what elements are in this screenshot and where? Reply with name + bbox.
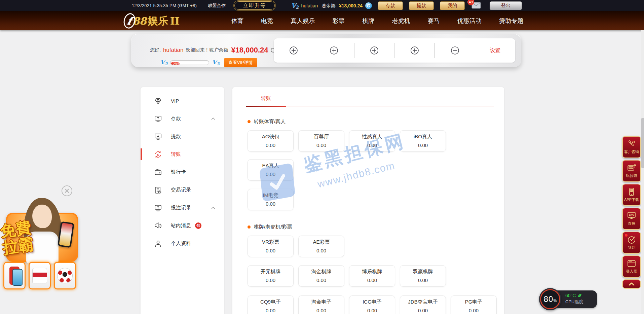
- login-tool-button[interactable]: 登入器: [622, 255, 641, 278]
- vip-detail-button[interactable]: 查看VIP详情: [224, 58, 257, 67]
- wallet-card[interactable]: EA真人0.00: [248, 159, 294, 181]
- transfer-icon: $: [154, 150, 162, 159]
- free-slots-promo-banner[interactable]: 免費 拉霸: [0, 188, 82, 294]
- bullet-icon: [248, 225, 251, 229]
- page-scrollbar[interactable]: [641, 30, 644, 314]
- svg-text:24: 24: [632, 140, 635, 143]
- nav-item-lottery[interactable]: 彩票: [333, 17, 345, 25]
- refresh-balance-icon[interactable]: [365, 2, 372, 9]
- section-title-sports-live: 转账体育/真人: [248, 118, 504, 125]
- wallet-card[interactable]: AE彩票0.00: [298, 236, 344, 257]
- check-in-button[interactable]: 签到: [622, 232, 641, 254]
- transfer-panel: 转账 转账体育/真人 AG钱包0.00 百尊厅0.00 性感真人0.00 iBO…: [232, 87, 504, 314]
- customer-service-button[interactable]: 24 客户咨询: [622, 136, 641, 158]
- live-monitor-icon: LIVE: [627, 211, 636, 220]
- live-stream-button[interactable]: LIVE 直播: [622, 208, 641, 230]
- close-promo-icon[interactable]: [62, 185, 72, 196]
- tab-bar: 转账: [246, 93, 494, 106]
- wallet-card[interactable]: CQ9电子0.00: [248, 295, 294, 314]
- jersey-prize-image: [32, 268, 47, 283]
- withdraw-button[interactable]: 提款: [409, 1, 434, 10]
- plus-circle-icon: [369, 45, 379, 56]
- prize-ball-tile[interactable]: [54, 262, 76, 289]
- nav-item-promotions[interactable]: 优惠活动: [457, 17, 482, 25]
- add-action-button[interactable]: [394, 38, 434, 63]
- sidebar-item-profile[interactable]: 个人资料: [141, 235, 224, 252]
- vip-next-badge: V3: [212, 59, 219, 66]
- chevron-up-icon[interactable]: [211, 117, 215, 120]
- notification-dot: [625, 234, 628, 237]
- vip-level-badge: V2: [291, 2, 298, 9]
- nav-item-live-casino[interactable]: 真人娱乐: [291, 17, 315, 25]
- sidebar-item-withdraw[interactable]: 提款: [141, 128, 224, 145]
- alliance-link[interactable]: 联盟合作: [208, 3, 226, 9]
- sidebar-item-deposit[interactable]: 存款: [141, 110, 224, 128]
- quick-actions-panel: 设置: [274, 38, 515, 63]
- svg-text:777: 777: [629, 167, 632, 169]
- check-circle-icon: [627, 235, 636, 244]
- wallet-card[interactable]: JDB夺宝电子0.00: [400, 295, 446, 314]
- deposit-icon: [154, 115, 162, 123]
- logout-button[interactable]: 登出: [490, 1, 522, 10]
- wallet-card[interactable]: 双赢棋牌0.00: [400, 265, 446, 287]
- scrollbar-thumb[interactable]: [641, 118, 644, 168]
- main-nav: f 88 娱乐 II 体育 电竞 真人娱乐 彩票 棋牌 老虎机 赛马 优惠活动 …: [0, 11, 644, 30]
- upgrade-button[interactable]: 立即升等: [234, 1, 275, 10]
- chevron-up-icon[interactable]: [211, 207, 215, 209]
- active-indicator: [141, 148, 142, 160]
- mine-button[interactable]: 我的: [440, 1, 465, 10]
- nav-menu: 体育 电竞 真人娱乐 彩票 棋牌 老虎机 赛马 优惠活动 赞助专题: [231, 11, 523, 30]
- account-balance: ¥18,000.24: [231, 46, 268, 55]
- username: hufatian: [301, 3, 318, 8]
- wallet-card[interactable]: ICG电子0.00: [349, 295, 395, 314]
- card-row: 开元棋牌0.00 淘金棋牌0.00 博乐棋牌0.00 双赢棋牌0.00: [248, 265, 504, 287]
- greeting: 您好, hufatian 欢迎回来！账户余额 ¥18,000.24: [150, 46, 276, 55]
- nav-item-slots[interactable]: 老虎机: [392, 17, 410, 25]
- withdraw-icon: [154, 133, 162, 141]
- sidebar-item-bet-records[interactable]: 投注记录: [141, 199, 224, 217]
- wallet-card[interactable]: VR彩票0.00: [248, 236, 294, 257]
- settings-button[interactable]: 设置: [475, 47, 515, 54]
- slot-machine-icon: 777: [627, 164, 636, 172]
- add-action-button[interactable]: [354, 38, 394, 63]
- wallet-card[interactable]: IM电竞0.00: [248, 189, 294, 210]
- nav-item-sports[interactable]: 体育: [231, 17, 243, 25]
- wallet-card[interactable]: 性感真人0.00: [349, 130, 395, 152]
- prize-jersey-tile[interactable]: [29, 262, 51, 289]
- deposit-button[interactable]: 存款: [378, 1, 403, 10]
- vip-progress-fill: 28%: [171, 62, 180, 65]
- sidebar-item-transfer[interactable]: $ 转账: [141, 145, 224, 163]
- nav-item-board-games[interactable]: 棋牌: [362, 17, 374, 25]
- add-action-button[interactable]: [314, 38, 354, 63]
- wallet-card[interactable]: 博乐棋牌0.00: [349, 265, 395, 287]
- logo-f-emblem: f: [122, 12, 137, 30]
- add-action-button[interactable]: [274, 38, 314, 63]
- cpu-temp-value: 60°C: [565, 293, 576, 298]
- wallet-card[interactable]: AG钱包0.00: [248, 130, 294, 152]
- add-action-button[interactable]: [435, 38, 475, 63]
- wallet-card[interactable]: 淘金棋牌0.00: [298, 265, 344, 287]
- wallet-card[interactable]: 淘金电子0.00: [298, 295, 344, 314]
- sidebar-item-vip[interactable]: VIP: [141, 92, 224, 110]
- prize-phone-tile[interactable]: [3, 262, 26, 289]
- balance-value: ¥18,000.24: [339, 3, 363, 8]
- transaction-record-icon: [154, 186, 162, 194]
- sidebar-item-transactions[interactable]: 交易记录: [141, 181, 224, 199]
- top-bar: 12/3/2021 5:35:35 PM (GMT +8) 联盟合作 立即升等 …: [0, 0, 644, 11]
- mail-icon[interactable]: 49: [471, 2, 482, 10]
- sidebar-item-messages[interactable]: 站内消息 49: [141, 217, 224, 235]
- nav-item-horse-racing[interactable]: 赛马: [428, 17, 440, 25]
- sidebar-item-bank-card[interactable]: 银行卡: [141, 163, 224, 181]
- wallet-card[interactable]: iBO真人0.00: [400, 130, 446, 152]
- soccer-ball-prize-image: [57, 268, 73, 283]
- nav-item-esports[interactable]: 电竞: [261, 17, 273, 25]
- play-slots-button[interactable]: 777 玩拉霸: [622, 160, 641, 182]
- wallet-card[interactable]: 开元棋牌0.00: [248, 265, 294, 287]
- wallet-card[interactable]: PG电子0.00: [451, 295, 497, 314]
- nav-item-sponsorship[interactable]: 赞助专题: [499, 17, 523, 25]
- tab-transfer[interactable]: 转账: [246, 93, 286, 106]
- site-logo[interactable]: f 88 娱乐 II: [124, 12, 180, 29]
- app-download-button[interactable]: APP下载: [622, 184, 641, 206]
- collapse-quickbar-icon[interactable]: [622, 279, 641, 289]
- wallet-card[interactable]: 百尊厅0.00: [298, 130, 344, 152]
